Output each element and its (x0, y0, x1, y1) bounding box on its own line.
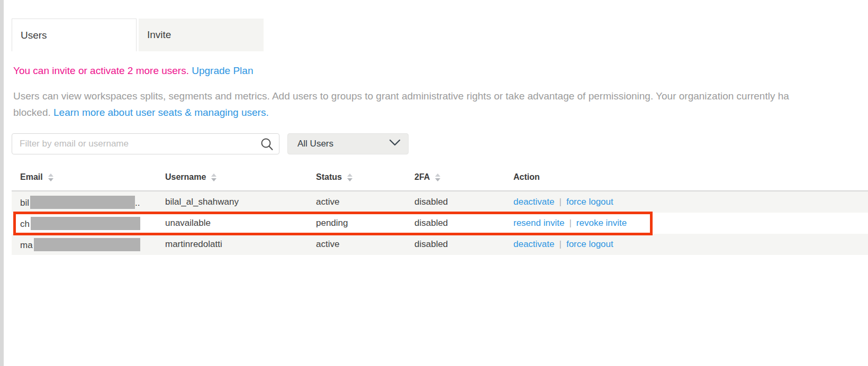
action-cell: resend invite|revoke invite (513, 218, 810, 228)
table-row: bil.. bilal_al_shahwany active disabled … (12, 191, 868, 213)
action-separator: | (559, 197, 562, 207)
email-suffix: .. (135, 198, 140, 208)
sort-icon[interactable] (435, 173, 440, 181)
force-logout-link[interactable]: force logout (566, 197, 613, 207)
twofa-cell: disabled (414, 239, 513, 250)
seat-limit-message: You can invite or activate 2 more users. (13, 65, 189, 76)
email-cell: ma (12, 238, 165, 251)
column-header-email[interactable]: Email (12, 172, 165, 182)
user-filter-selected: All Users (297, 139, 333, 149)
status-cell: pending (316, 218, 414, 228)
user-filter-dropdown[interactable]: All Users (287, 133, 409, 154)
column-header-username-label: Username (165, 172, 206, 181)
email-prefix: bil (20, 198, 29, 208)
column-header-username[interactable]: Username (165, 172, 316, 182)
description-line2-prefix: blocked. (13, 107, 53, 118)
tab-bar: Users Invite (12, 19, 264, 51)
redacted-email-bar (30, 196, 135, 209)
sort-icon[interactable] (347, 173, 352, 181)
learn-more-link[interactable]: Learn more about user seats & managing u… (53, 107, 269, 118)
left-edge-strip (0, 0, 4, 366)
description-line1: Users can view workspaces splits, segmen… (13, 88, 868, 104)
redacted-email-bar (34, 238, 140, 251)
redacted-email-bar (31, 217, 140, 230)
status-cell: active (316, 197, 414, 207)
action-cell: deactivate|force logout (513, 197, 810, 207)
description-line2: blocked. Learn more about user seats & m… (13, 104, 868, 121)
sort-icon[interactable] (211, 173, 216, 181)
filter-input[interactable] (12, 133, 279, 154)
upgrade-plan-link[interactable]: Upgrade Plan (192, 65, 253, 76)
column-header-status-label: Status (316, 172, 342, 181)
action-cell: deactivate|force logout (513, 239, 810, 250)
sort-icon[interactable] (48, 173, 53, 181)
twofa-cell: disabled (414, 197, 513, 207)
tab-users[interactable]: Users (12, 19, 137, 51)
search-icon (260, 137, 274, 153)
action-separator: | (569, 218, 571, 228)
users-description: Users can view workspaces splits, segmen… (13, 88, 868, 121)
status-cell: active (316, 239, 414, 250)
revoke-invite-link[interactable]: revoke invite (576, 218, 627, 228)
column-header-status[interactable]: Status (316, 172, 414, 182)
filter-box (12, 133, 279, 154)
username-cell: martinredolatti (165, 239, 316, 250)
username-cell: bilal_al_shahwany (165, 197, 316, 207)
table-row-highlighted: ch unavailable pending disabled resend i… (12, 213, 868, 234)
email-prefix: ma (20, 240, 33, 250)
table-header-row: Email Username Status 2FA Action (12, 164, 868, 191)
tab-users-label: Users (21, 30, 47, 41)
users-table: Email Username Status 2FA Action bil.. b… (12, 164, 868, 255)
force-logout-link[interactable]: force logout (566, 239, 613, 249)
resend-invite-link[interactable]: resend invite (513, 218, 564, 228)
email-prefix: ch (20, 219, 30, 229)
deactivate-link[interactable]: deactivate (513, 239, 555, 249)
email-cell: ch (12, 217, 165, 230)
seat-limit-notice: You can invite or activate 2 more users.… (13, 65, 253, 77)
column-header-2fa[interactable]: 2FA (414, 172, 513, 182)
table-controls: All Users (12, 133, 409, 154)
username-cell: unavailable (165, 218, 316, 228)
chevron-down-icon (389, 139, 401, 149)
twofa-cell: disabled (414, 218, 513, 228)
tab-invite[interactable]: Invite (139, 19, 264, 51)
column-header-2fa-label: 2FA (414, 172, 430, 181)
email-cell: bil.. (12, 196, 165, 209)
column-header-email-label: Email (20, 172, 43, 181)
action-separator: | (559, 239, 562, 249)
column-header-action-label: Action (513, 172, 540, 181)
table-row: ma martinredolatti active disabled deact… (12, 234, 868, 255)
tab-invite-label: Invite (147, 29, 171, 41)
column-header-action: Action (513, 172, 810, 182)
deactivate-link[interactable]: deactivate (513, 197, 555, 207)
